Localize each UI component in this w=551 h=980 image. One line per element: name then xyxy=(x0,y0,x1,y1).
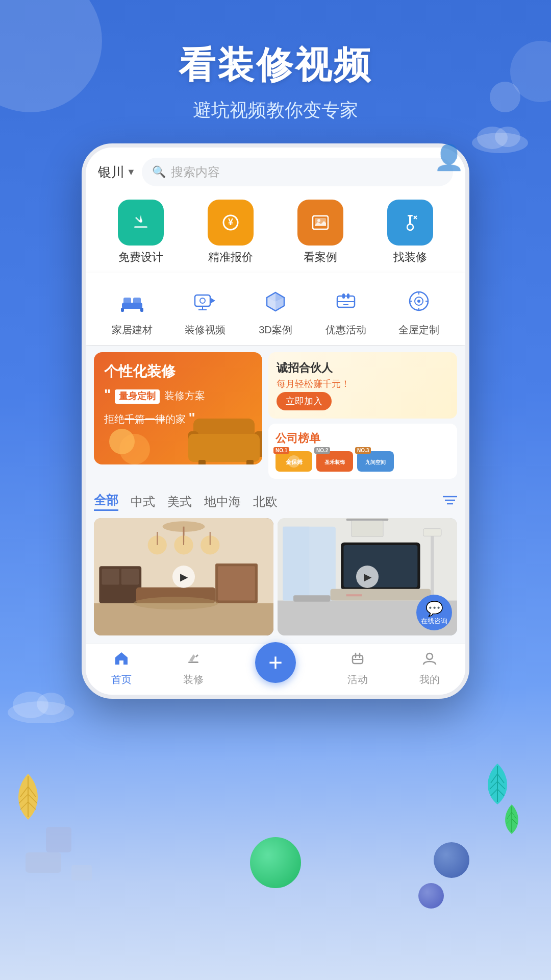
svg-rect-88 xyxy=(346,519,389,521)
ranking-highlight: 榜单 xyxy=(298,432,320,445)
video-icon xyxy=(187,283,223,319)
ranking-title: 公司榜单 xyxy=(276,431,450,446)
cloud-decoration-2 xyxy=(5,687,77,725)
play-button-2[interactable]: ▶ xyxy=(356,566,379,588)
phone-mockup: 银川 ▼ 🔍 搜索内容 xyxy=(82,143,469,699)
cloud-decoration-1 xyxy=(469,122,531,155)
sphere-blue-1 xyxy=(434,842,469,878)
deco-leaves-right xyxy=(474,764,536,847)
home-label: 首页 xyxy=(111,673,132,687)
ranking-label: 公司 xyxy=(276,432,298,445)
hero-title: 看装修视频 xyxy=(0,41,551,90)
nav-item-free-design[interactable]: 免费设计 xyxy=(110,200,171,265)
furniture-icon xyxy=(114,283,150,319)
svg-rect-89 xyxy=(352,521,383,536)
second-nav-furniture[interactable]: 家居建材 xyxy=(112,283,153,337)
svg-rect-25 xyxy=(134,226,147,228)
custom-label: 全屋定制 xyxy=(398,323,439,337)
svg-text:九间空间: 九间空间 xyxy=(365,459,386,465)
quote-icon: ¥ xyxy=(208,200,254,246)
deco-leaves-left xyxy=(10,769,61,837)
nav-item-cases[interactable]: 看案例 xyxy=(290,200,351,265)
bottom-nav-home[interactable]: 首页 xyxy=(111,650,132,687)
banner-left-title: 个性化装修 xyxy=(104,362,252,381)
image-card-2[interactable]: ▶ 💬 在线咨询 xyxy=(278,518,457,635)
rank-2-badge: NO.2 xyxy=(314,447,330,454)
svg-rect-82 xyxy=(102,569,119,584)
svg-rect-98 xyxy=(346,594,362,596)
svg-text:圣禾装饰: 圣禾装饰 xyxy=(324,459,345,465)
cases-icon xyxy=(297,200,343,246)
play-button-1[interactable]: ▶ xyxy=(172,566,195,588)
city-selector[interactable]: 银川 ▼ xyxy=(98,163,136,181)
banner-right: 诚招合伙人 每月轻松赚千元！ 立即加入 👤 公司榜单 NO.1 xyxy=(268,352,457,479)
banner-quote-open: " xyxy=(104,386,110,402)
style-tabs: 全部 中式 美式 地中海 北欧 xyxy=(86,485,465,518)
city-name: 银川 xyxy=(98,163,124,181)
style-tab-american[interactable]: 美式 xyxy=(167,494,192,510)
image-card-1[interactable]: ▶ xyxy=(94,518,273,635)
svg-point-57 xyxy=(417,300,420,303)
search-input-wrap[interactable]: 🔍 搜索内容 xyxy=(142,158,453,186)
deco-block-3 xyxy=(71,865,92,880)
nav-item-renovation[interactable]: 找装修 xyxy=(380,200,441,265)
svg-rect-39 xyxy=(140,308,143,312)
promo-icon xyxy=(328,283,364,319)
bottom-nav-activity[interactable]: 活动 xyxy=(347,650,368,687)
svg-rect-91 xyxy=(423,529,441,536)
style-tab-mediterranean[interactable]: 地中海 xyxy=(204,494,241,510)
custom-icon xyxy=(401,283,437,319)
banner-badge: 量身定制 xyxy=(115,389,160,404)
cases-label: 看案例 xyxy=(304,250,337,265)
partner-join-button[interactable]: 立即加入 xyxy=(277,392,332,410)
bottom-nav-renovation[interactable]: 装修 xyxy=(183,650,204,687)
svg-rect-37 xyxy=(133,298,141,305)
second-nav-3d[interactable]: 3D案例 xyxy=(258,283,293,337)
second-nav-video[interactable]: 装修视频 xyxy=(185,283,226,337)
free-design-label: 免费设计 xyxy=(118,250,163,265)
style-tab-nordic[interactable]: 北欧 xyxy=(253,494,278,510)
style-tab-all[interactable]: 全部 xyxy=(94,492,118,511)
add-button[interactable]: + xyxy=(255,642,296,683)
svg-rect-40 xyxy=(195,295,210,306)
renovation-nav-label: 装修 xyxy=(183,673,204,687)
rank-3-logo: NO.3 九间空间 xyxy=(357,451,394,472)
partner-title: 诚招合伙人 xyxy=(277,360,449,376)
hero-subtitle: 避坑视频教你变专家 xyxy=(0,98,551,123)
consult-label: 在线咨询 xyxy=(421,617,447,625)
banner-left-card[interactable]: 个性化装修 " 量身定制 装修方案 拒绝千篇一律的家 " xyxy=(94,352,262,464)
search-icon: 🔍 xyxy=(152,165,166,179)
3d-icon xyxy=(258,283,293,319)
svg-rect-52 xyxy=(347,293,349,299)
svg-rect-38 xyxy=(121,308,124,312)
home-icon xyxy=(113,650,130,671)
promo-label: 优惠活动 xyxy=(325,323,366,337)
banner-mid-text: 装修方案 xyxy=(164,390,205,401)
ranking-card[interactable]: 公司榜单 NO.1 金保姆 NO.2 xyxy=(268,424,457,479)
rank-1-badge: NO.1 xyxy=(273,447,289,454)
svg-rect-96 xyxy=(331,589,431,601)
free-design-icon xyxy=(118,200,164,246)
second-nav-promo[interactable]: 优惠活动 xyxy=(325,283,366,337)
svg-rect-90 xyxy=(431,532,434,601)
svg-point-2 xyxy=(495,127,520,147)
partner-card[interactable]: 诚招合伙人 每月轻松赚千元！ 立即加入 👤 xyxy=(268,352,457,419)
nav-item-quote[interactable]: ¥ 精准报价 xyxy=(200,200,261,265)
second-nav-custom[interactable]: 全屋定制 xyxy=(398,283,439,337)
sphere-green xyxy=(250,837,301,888)
image-grid: ▶ xyxy=(86,518,465,644)
filter-icon[interactable] xyxy=(443,495,457,509)
profile-icon xyxy=(421,650,438,671)
svg-point-5 xyxy=(37,693,65,715)
svg-rect-83 xyxy=(121,569,139,584)
svg-rect-99 xyxy=(188,662,198,663)
furniture-label: 家居建材 xyxy=(112,323,153,337)
style-tab-chinese[interactable]: 中式 xyxy=(131,494,155,510)
bottom-nav-profile[interactable]: 我的 xyxy=(419,650,440,687)
consult-button[interactable]: 💬 在线咨询 xyxy=(416,595,452,630)
rank-2-logo: NO.2 圣禾装饰 xyxy=(316,451,353,472)
svg-text:金保姆: 金保姆 xyxy=(285,459,303,465)
quick-nav: 免费设计 ¥ 精准报价 xyxy=(86,191,465,273)
svg-marker-41 xyxy=(210,298,215,304)
quote-label: 精准报价 xyxy=(208,250,253,265)
